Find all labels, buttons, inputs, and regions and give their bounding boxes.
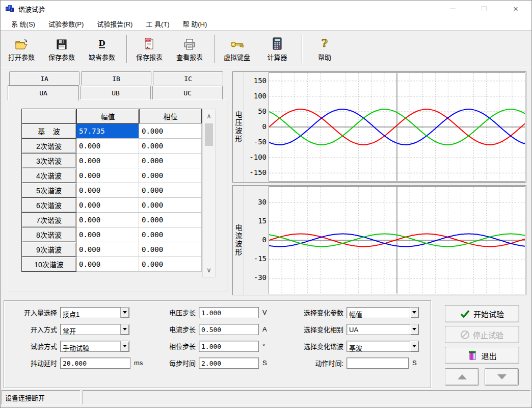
tab-IC[interactable]: IC bbox=[153, 71, 223, 85]
toolbar-缺省参数[interactable]: D缺省参数 bbox=[85, 35, 119, 63]
close-icon: × bbox=[513, 5, 518, 13]
tab-UB[interactable]: UB bbox=[81, 86, 151, 100]
check-icon bbox=[460, 310, 470, 318]
control-row: 选择变化相别UA bbox=[290, 323, 419, 335]
dropdown-arrow-icon[interactable] bbox=[120, 308, 129, 318]
stop-test-button: 停止试验 bbox=[445, 326, 519, 343]
control-label: 抖动延时 bbox=[8, 358, 57, 368]
toolbar-label: 帮助 bbox=[318, 52, 331, 62]
table-scrollbar[interactable]: ∧ ∨ bbox=[202, 109, 216, 277]
toolbar-label: 打开参数 bbox=[8, 52, 35, 62]
toolbar-保存报表[interactable]: EXL保存报表 bbox=[132, 35, 166, 63]
default-params-icon: D bbox=[97, 36, 107, 50]
step-up-button[interactable] bbox=[445, 368, 479, 386]
toolbar-保存参数[interactable]: 保存参数 bbox=[45, 35, 78, 63]
scroll-thumb[interactable] bbox=[205, 123, 213, 146]
dropdown-arrow-icon[interactable] bbox=[410, 308, 418, 318]
input-每步时间[interactable]: 2.000 bbox=[199, 358, 259, 369]
toolbar-帮助[interactable]: ?帮助 bbox=[308, 35, 341, 63]
input-电压步长[interactable]: 1.000 bbox=[199, 307, 259, 318]
menu-item-4[interactable]: 帮 助(H) bbox=[176, 17, 214, 31]
phase-cell[interactable]: 0.000 bbox=[139, 197, 202, 213]
title-bar: 谐波试验 × bbox=[1, 1, 531, 17]
y-tick-label: 50 bbox=[258, 107, 267, 115]
phase-cell[interactable]: 0.000 bbox=[139, 153, 202, 168]
exit-button[interactable]: 退出 bbox=[445, 347, 519, 364]
tab-IA[interactable]: IA bbox=[9, 71, 79, 85]
amplitude-cell[interactable]: 0.000 bbox=[76, 212, 139, 227]
control-label: 试验方式 bbox=[8, 341, 57, 351]
up-arrow-icon bbox=[458, 374, 467, 379]
chart-电压波形: 电压波形150100500-50-100-150 bbox=[232, 71, 526, 183]
step-down-button[interactable] bbox=[485, 368, 519, 386]
y-tick-label: 150 bbox=[254, 76, 267, 85]
input-抖动延时[interactable]: 20.000 bbox=[60, 358, 130, 369]
phase-cell[interactable]: 0.000 bbox=[139, 123, 202, 139]
tab-IB[interactable]: IB bbox=[81, 71, 151, 85]
control-row: 开入方式常开 bbox=[8, 323, 143, 335]
close-button[interactable]: × bbox=[500, 1, 531, 17]
dropdown-arrow-icon[interactable] bbox=[410, 341, 418, 351]
amplitude-cell[interactable]: 0.000 bbox=[76, 242, 139, 257]
control-label: 选择变化谐波 bbox=[290, 341, 343, 351]
amplitude-cell[interactable]: 0.000 bbox=[76, 153, 139, 168]
dropdown-试验方式[interactable]: 手动试验 bbox=[60, 341, 129, 352]
input-相位步长[interactable]: 1.000 bbox=[199, 341, 259, 352]
chart-y-axis: 150100500-50-100-150 bbox=[244, 72, 269, 182]
amplitude-cell[interactable]: 0.000 bbox=[76, 183, 139, 198]
dropdown-开入量选择[interactable]: 接点1 bbox=[60, 307, 129, 318]
menu-item-0[interactable]: 系 统(S) bbox=[5, 17, 42, 31]
amplitude-cell[interactable]: 0.000 bbox=[76, 197, 139, 213]
amplitude-cell[interactable]: 57.735 bbox=[76, 123, 139, 139]
scroll-up-button[interactable]: ∧ bbox=[203, 109, 215, 123]
amplitude-cell[interactable]: 0.000 bbox=[76, 227, 139, 242]
maximize-button[interactable] bbox=[468, 1, 500, 17]
menu-item-1[interactable]: 试验参数(P) bbox=[42, 17, 90, 31]
toolbar-打开参数[interactable]: 打开参数 bbox=[5, 35, 38, 63]
dropdown-选择变化谐波[interactable]: 基波 bbox=[347, 341, 419, 352]
y-tick-label: -100 bbox=[249, 153, 267, 161]
dropdown-arrow-icon[interactable] bbox=[120, 324, 129, 335]
controls-column-3: 选择变化参数幅值选择变化相别UA选择变化谐波基波动作时间:S bbox=[290, 307, 419, 374]
start-test-button[interactable]: 开始试验 bbox=[445, 305, 519, 322]
tab-UA[interactable]: UA bbox=[8, 85, 79, 100]
table-row: 3次谐波0.0000.000 bbox=[21, 153, 202, 168]
dropdown-arrow-icon[interactable] bbox=[410, 324, 418, 335]
menu-item-3[interactable]: 工 具(T) bbox=[139, 17, 176, 31]
phase-cell[interactable]: 0.000 bbox=[139, 138, 202, 154]
phase-cell[interactable]: 0.000 bbox=[139, 242, 202, 257]
toolbar-查看报表[interactable]: 查看报表 bbox=[173, 35, 206, 63]
input-动作时间:[interactable] bbox=[347, 358, 409, 369]
menu-item-2[interactable]: 试验报告(R) bbox=[90, 17, 139, 31]
minimize-button[interactable] bbox=[437, 1, 468, 17]
toolbar-计算器[interactable]: 计算器 bbox=[260, 35, 294, 63]
input-电流步长[interactable]: 0.500 bbox=[199, 324, 259, 335]
dropdown-开入方式[interactable]: 常开 bbox=[60, 324, 129, 335]
phase-tab-control: IAIBIC UAUBUC 幅值相位基 波57.7350.0002次谐波0.00… bbox=[8, 71, 227, 292]
amplitude-cell[interactable]: 0.000 bbox=[76, 257, 139, 272]
dropdown-选择变化相别[interactable]: UA bbox=[347, 324, 419, 335]
phase-cell[interactable]: 0.000 bbox=[139, 212, 202, 227]
amplitude-cell[interactable]: 0.000 bbox=[76, 138, 139, 154]
tab-UC[interactable]: UC bbox=[152, 86, 223, 100]
dropdown-arrow-icon[interactable] bbox=[120, 341, 129, 351]
controls-column-1: 开入量选择接点1开入方式常开试验方式手动试验抖动延时20.000ms bbox=[8, 307, 143, 374]
phase-cell[interactable]: 0.000 bbox=[139, 227, 202, 242]
dropdown-选择变化参数[interactable]: 幅值 bbox=[347, 307, 419, 318]
maximize-icon bbox=[482, 6, 487, 11]
amplitude-cell[interactable]: 0.000 bbox=[76, 168, 139, 183]
control-label: 相位步长 bbox=[156, 341, 196, 351]
device-status: 设备连接断开 bbox=[2, 390, 81, 404]
phase-cell[interactable]: 0.000 bbox=[139, 168, 202, 183]
harmonics-tab-page: 幅值相位基 波57.7350.0002次谐波0.0000.0003次谐波0.00… bbox=[8, 99, 227, 292]
table-row: 4次谐波0.0000.000 bbox=[21, 168, 202, 183]
calculator-icon bbox=[272, 36, 282, 50]
unit-label: S bbox=[412, 359, 417, 367]
phase-cell[interactable]: 0.000 bbox=[139, 257, 202, 272]
toolbar-虚拟键盘[interactable]: 虚拟键盘 bbox=[220, 35, 254, 63]
toolbar-label: 缺省参数 bbox=[89, 52, 115, 62]
dropdown-value: 手动试验 bbox=[61, 341, 120, 351]
row-header: 10次谐波 bbox=[21, 257, 76, 272]
scroll-down-button[interactable]: ∨ bbox=[203, 263, 215, 277]
phase-cell[interactable]: 0.000 bbox=[139, 183, 202, 198]
